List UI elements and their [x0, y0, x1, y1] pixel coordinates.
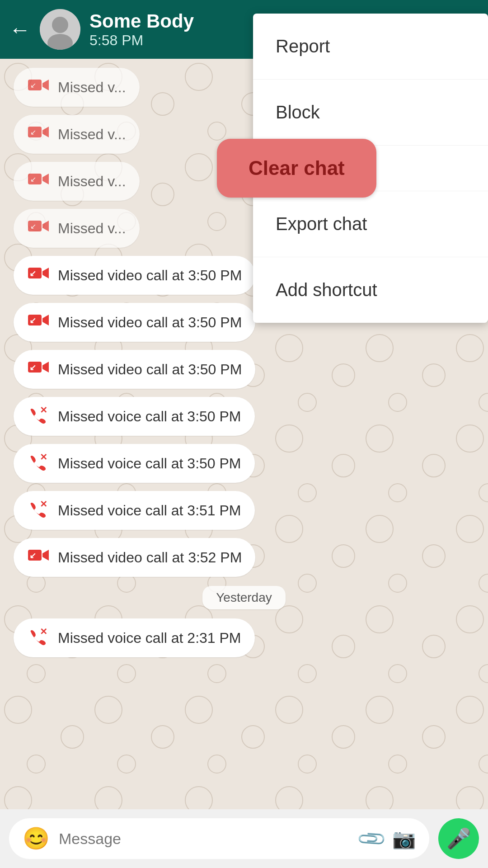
clear-chat-button[interactable]: Clear chat: [217, 139, 376, 198]
menu-item-export-chat[interactable]: Export chat: [253, 191, 488, 257]
dropdown-overlay[interactable]: Report Block Clear chat Export chat Add …: [0, 0, 488, 868]
menu-item-clear-chat[interactable]: Clear chat: [253, 146, 488, 191]
menu-item-report[interactable]: Report: [253, 14, 488, 80]
dropdown-menu: Report Block Clear chat Export chat Add …: [253, 14, 488, 323]
menu-item-add-shortcut[interactable]: Add shortcut: [253, 257, 488, 323]
menu-item-block[interactable]: Block: [253, 80, 488, 146]
